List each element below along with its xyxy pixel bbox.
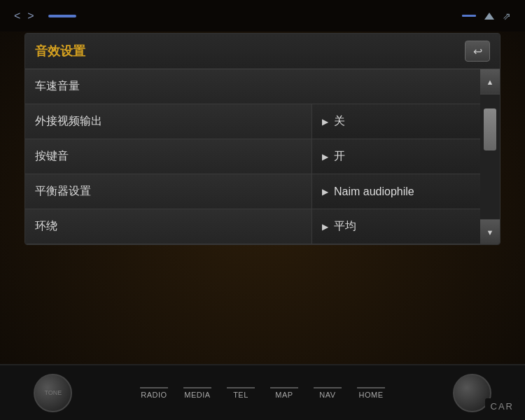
nav-bar	[314, 387, 342, 388]
row-equalizer-right[interactable]: ▶ Naim audiophile	[312, 174, 480, 209]
row-video-output[interactable]: 外接视频输出 ▶ 关	[25, 104, 480, 139]
scroll-down-icon: ▼	[486, 228, 494, 237]
bottom-buttons-row: RADIO MEDIA TEL MAP NAV HOME	[140, 387, 385, 399]
home-bar	[357, 387, 385, 388]
menu-rows: 车速音量 外接视频输出 ▶ 关 按键音	[25, 69, 480, 244]
row-equalizer[interactable]: 平衡器设置 ▶ Naim audiophile	[25, 174, 480, 209]
label-key-sound: 按键音	[35, 149, 69, 164]
label-video-output: 外接视频输出	[35, 114, 102, 129]
bottom-bar: TONE RADIO MEDIA TEL MAP NAV	[0, 364, 525, 420]
scroll-up-button[interactable]: ▲	[480, 69, 500, 94]
nav-button[interactable]: NAV	[314, 387, 342, 399]
scroll-up-icon: ▲	[486, 78, 494, 86]
screen-title: 音效设置	[35, 43, 85, 59]
back-arrow-icon: ↩	[473, 45, 482, 58]
play-icon-key: ▶	[322, 152, 328, 162]
tone-knob-label: TONE	[44, 389, 62, 396]
dashboard: < > ⇗ 音效设置 ↩ 车速音量	[0, 0, 525, 420]
value-video-output: 关	[334, 114, 345, 129]
radio-label: RADIO	[141, 391, 167, 399]
row-surround-right[interactable]: ▶ 平均	[312, 209, 480, 244]
value-equalizer: Naim audiophile	[334, 186, 414, 198]
play-icon-equalizer: ▶	[322, 187, 328, 197]
row-video-output-left: 外接视频输出	[25, 104, 312, 139]
back-button[interactable]: ↩	[465, 41, 490, 62]
media-button[interactable]: MEDIA	[183, 387, 211, 399]
minimize-icon	[462, 15, 476, 17]
row-key-sound-right[interactable]: ▶ 开	[312, 139, 480, 174]
row-vehicle-speed-volume[interactable]: 车速音量	[25, 69, 480, 104]
row-key-sound-left: 按键音	[25, 139, 312, 174]
scroll-track	[480, 94, 500, 219]
scroll-thumb[interactable]	[484, 108, 496, 150]
scroll-down-button[interactable]: ▼	[480, 219, 500, 244]
map-label: MAP	[275, 391, 293, 399]
row-equalizer-left: 平衡器设置	[25, 174, 312, 209]
car-label[interactable]: CAR	[485, 398, 519, 414]
tel-label: TEL	[233, 391, 248, 399]
tel-bar	[227, 387, 255, 388]
row-surround[interactable]: 环绕 ▶ 平均	[25, 209, 480, 244]
nav-label: NAV	[319, 391, 335, 399]
media-bar	[183, 387, 211, 388]
speaker-icon: ⇗	[503, 10, 511, 22]
label-vehicle-speed-volume: 车速音量	[35, 79, 80, 94]
value-surround: 平均	[334, 219, 356, 234]
back-nav-icon[interactable]: <	[14, 10, 20, 22]
tone-knob[interactable]: TONE	[34, 374, 72, 412]
play-icon-surround: ▶	[322, 222, 328, 232]
radio-button[interactable]: RADIO	[140, 387, 168, 399]
menu-container: 车速音量 外接视频输出 ▶ 关 按键音	[25, 69, 500, 244]
home-button[interactable]: HOME	[357, 387, 385, 399]
map-bar	[270, 387, 298, 388]
scrollbar: ▲ ▼	[480, 69, 500, 244]
forward-nav-icon[interactable]: >	[27, 10, 34, 22]
screen: 音效设置 ↩ 车速音量 外接视频输出 ▶ 关	[24, 33, 500, 245]
home-icon	[484, 13, 494, 20]
label-surround: 环绕	[35, 219, 57, 234]
row-key-sound[interactable]: 按键音 ▶ 开	[25, 139, 480, 174]
row-video-output-right[interactable]: ▶ 关	[312, 104, 480, 139]
screen-header: 音效设置 ↩	[25, 34, 500, 69]
top-nav: < >	[14, 10, 76, 22]
top-right-icons: ⇗	[462, 10, 511, 22]
nav-indicator	[48, 15, 76, 18]
radio-bar	[140, 387, 168, 388]
media-label: MEDIA	[184, 391, 210, 399]
play-icon-video: ▶	[322, 117, 328, 127]
label-equalizer: 平衡器设置	[35, 184, 91, 199]
value-key-sound: 开	[334, 149, 345, 164]
top-bar: < > ⇗	[0, 0, 525, 31]
map-button[interactable]: MAP	[270, 387, 298, 399]
home-label: HOME	[358, 391, 383, 399]
tel-button[interactable]: TEL	[227, 387, 255, 399]
row-surround-left: 环绕	[25, 209, 312, 244]
